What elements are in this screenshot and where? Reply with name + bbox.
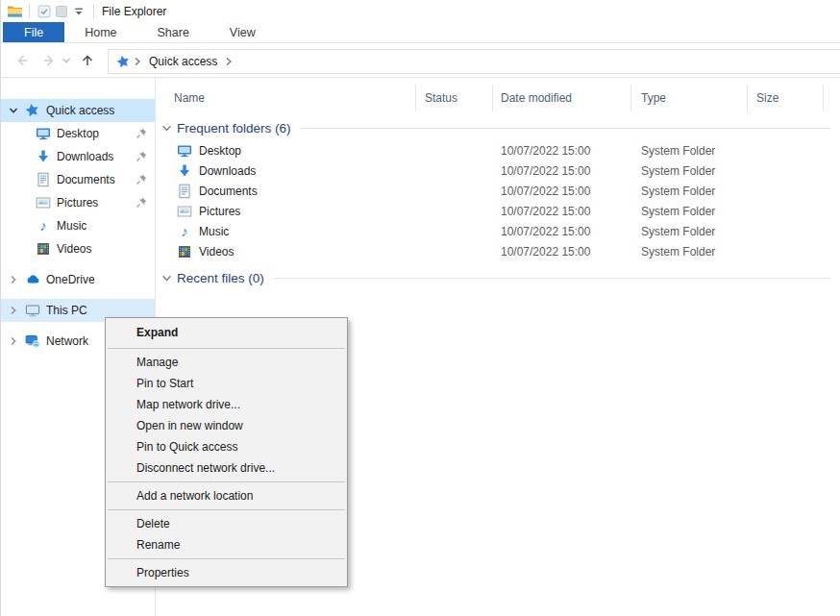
file-type: System Folder <box>631 225 748 238</box>
sidebar-item-label: This PC <box>46 304 87 317</box>
qat-properties-icon[interactable] <box>36 3 53 20</box>
this-pc-context-menu: Expand Manage Pin to Start Map network d… <box>105 317 348 587</box>
pin-icon <box>136 151 147 165</box>
forward-button[interactable] <box>37 49 61 72</box>
menu-item-disconnect-network-drive[interactable]: Disconnect network drive... <box>106 457 347 479</box>
file-type: System Folder <box>631 144 748 158</box>
file-row-desktop[interactable]: Desktop 10/07/2022 15:00 System Folder <box>156 140 840 160</box>
network-icon <box>25 333 40 349</box>
tab-view[interactable]: View <box>210 22 276 42</box>
file-type: System Folder <box>631 245 748 259</box>
file-date-modified: 10/07/2022 15:00 <box>493 164 631 178</box>
menu-item-pin-to-quick-access[interactable]: Pin to Quick access <box>106 436 347 457</box>
chevron-right-icon[interactable] <box>9 306 20 315</box>
desktop-icon <box>36 126 51 141</box>
group-header-recent-files[interactable]: Recent files (0) <box>156 269 840 286</box>
up-button[interactable] <box>76 49 99 72</box>
file-name: Pictures <box>199 205 240 218</box>
sidebar-item-desktop[interactable]: Desktop <box>1 122 155 145</box>
menu-item-delete[interactable]: Delete <box>106 513 347 534</box>
sidebar-item-label: Downloads <box>57 150 113 163</box>
file-row-downloads[interactable]: Downloads 10/07/2022 15:00 System Folder <box>156 160 840 181</box>
file-type: System Folder <box>631 185 748 198</box>
menu-item-add-a-network-location[interactable]: Add a network location <box>106 485 347 506</box>
titlebar-separator <box>93 4 94 18</box>
file-date-modified: 10/07/2022 15:00 <box>493 245 631 259</box>
file-type: System Folder <box>631 205 748 218</box>
column-header-filler <box>824 85 840 111</box>
tab-home[interactable]: Home <box>64 22 136 42</box>
breadcrumb-quick-access[interactable]: Quick access <box>149 55 217 68</box>
tab-share[interactable]: Share <box>137 22 210 42</box>
file-date-modified: 10/07/2022 15:00 <box>493 144 631 158</box>
group-header-label: Recent files (0) <box>177 271 264 285</box>
group-header-rule <box>274 278 830 279</box>
column-header-status[interactable]: Status <box>416 85 493 111</box>
column-header-name[interactable]: Name <box>156 85 416 111</box>
downloads-icon <box>177 163 192 179</box>
sidebar-item-label: Desktop <box>57 127 99 140</box>
chevron-down-icon[interactable] <box>161 273 172 283</box>
menu-item-expand[interactable]: Expand <box>106 321 347 345</box>
file-date-modified: 10/07/2022 15:00 <box>493 185 631 198</box>
pictures-icon <box>36 195 51 210</box>
ribbon-tabs: File Home Share View <box>1 22 840 43</box>
menu-separator <box>108 481 345 482</box>
qat-newfolder-icon[interactable] <box>53 3 70 20</box>
navigation-bar: Quick access <box>1 44 840 78</box>
quick-access-star-icon <box>25 103 40 118</box>
column-header-size[interactable]: Size <box>748 85 824 111</box>
column-header-date-modified[interactable]: Date modified <box>493 85 631 111</box>
group-header-frequent-folders[interactable]: Frequent folders (6) <box>156 119 840 136</box>
chevron-down-icon[interactable] <box>9 106 20 115</box>
menu-item-map-network-drive[interactable]: Map network drive... <box>106 394 347 415</box>
pin-icon <box>136 128 147 142</box>
column-headers: Name Status Date modified Type Size <box>156 85 840 111</box>
group-header-rule <box>301 128 830 129</box>
chevron-right-icon[interactable] <box>9 336 20 346</box>
file-name: Downloads <box>199 164 256 178</box>
sidebar-item-music[interactable]: ♪ Music <box>1 214 155 237</box>
explorer-logo-icon <box>6 3 23 20</box>
chevron-down-icon[interactable] <box>161 123 172 134</box>
menu-item-pin-to-start[interactable]: Pin to Start <box>106 373 347 394</box>
file-row-music[interactable]: ♪ Music 10/07/2022 15:00 System Folder <box>156 221 840 241</box>
breadcrumb-chevron-icon[interactable] <box>134 57 141 66</box>
file-row-videos[interactable]: Videos 10/07/2022 15:00 System Folder <box>156 241 840 261</box>
address-bar[interactable]: Quick access <box>108 49 840 74</box>
sidebar-item-onedrive[interactable]: OneDrive <box>1 268 155 291</box>
sidebar-item-label: Network <box>46 334 88 348</box>
menu-item-rename[interactable]: Rename <box>106 534 347 555</box>
sidebar-item-documents[interactable]: Documents <box>1 168 155 191</box>
file-type: System Folder <box>631 164 748 178</box>
documents-icon <box>177 184 192 199</box>
sidebar-item-label: Videos <box>57 242 91 256</box>
back-button[interactable] <box>11 49 34 72</box>
qat-customize-dropdown-icon[interactable] <box>70 3 87 20</box>
breadcrumb-chevron-icon[interactable] <box>225 57 233 66</box>
menu-separator <box>108 558 345 559</box>
column-header-type[interactable]: Type <box>631 85 748 111</box>
chevron-right-icon[interactable] <box>9 275 20 284</box>
file-name: Desktop <box>199 144 241 158</box>
sidebar-item-quick-access[interactable]: Quick access <box>1 99 155 122</box>
file-row-pictures[interactable]: Pictures 10/07/2022 15:00 System Folder <box>156 201 840 221</box>
sidebar-item-pictures[interactable]: Pictures <box>1 191 155 214</box>
sidebar-item-label: Music <box>57 219 86 233</box>
sidebar-item-videos[interactable]: Videos <box>1 237 155 260</box>
file-date-modified: 10/07/2022 15:00 <box>493 225 631 238</box>
tab-file[interactable]: File <box>3 22 64 42</box>
menu-item-properties[interactable]: Properties <box>106 562 347 583</box>
menu-item-manage[interactable]: Manage <box>106 352 347 373</box>
file-explorer-window: File Explorer File Home Share View Quic <box>0 0 840 616</box>
sidebar-item-downloads[interactable]: Downloads <box>1 145 155 168</box>
file-row-documents[interactable]: Documents 10/07/2022 15:00 System Folder <box>156 181 840 201</box>
menu-item-open-in-new-window[interactable]: Open in new window <box>106 415 347 436</box>
pin-icon <box>136 197 147 211</box>
sidebar-item-label: OneDrive <box>46 273 95 286</box>
recent-locations-dropdown-icon[interactable] <box>59 49 74 72</box>
menu-separator <box>108 509 345 510</box>
titlebar: File Explorer <box>1 0 840 22</box>
file-name: Videos <box>199 245 234 259</box>
sidebar-item-label: Quick access <box>46 104 114 117</box>
